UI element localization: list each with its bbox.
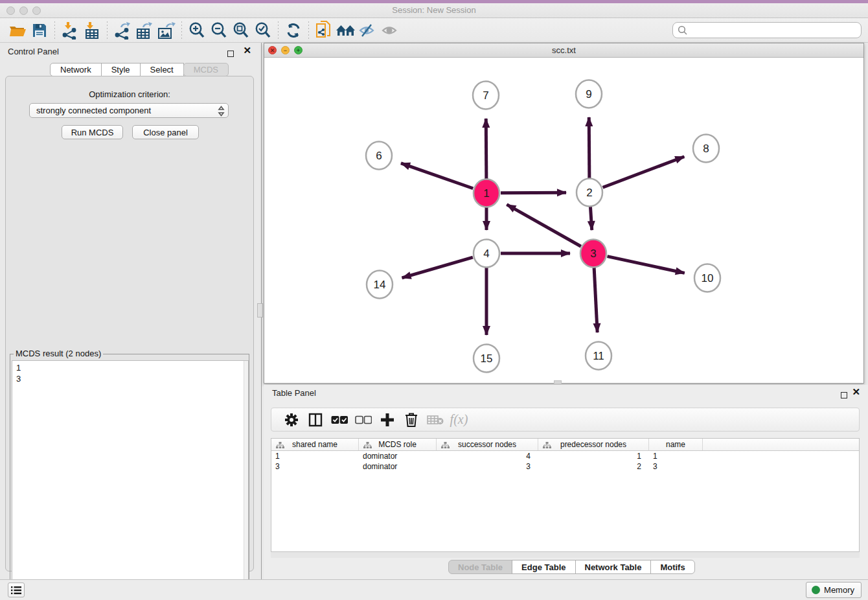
node-label: 3 [590, 248, 596, 260]
create-column-button[interactable] [375, 410, 399, 430]
edge-4-14[interactable] [402, 257, 473, 278]
result-line: 1 [16, 362, 244, 373]
tab-motifs[interactable]: Motifs [650, 560, 694, 574]
tab-mcds[interactable]: MCDS [183, 63, 229, 76]
table-header-row: shared name MCDS role successor nodes pr… [271, 439, 859, 451]
zoom-out-button[interactable] [208, 21, 230, 40]
edge-1-6[interactable] [401, 163, 473, 189]
float-panel-icon[interactable] [227, 48, 234, 60]
table-settings-button[interactable] [279, 410, 303, 430]
import-table-button[interactable] [81, 21, 103, 40]
selected-criterion: strongly connected component [36, 106, 151, 115]
table-row[interactable]: 1 dominator 4 1 1 [271, 451, 859, 461]
gear-icon [284, 413, 299, 427]
node-label: 1 [483, 187, 489, 200]
zoom-selected-button[interactable] [252, 21, 274, 40]
export-network-button[interactable] [111, 21, 133, 40]
tab-edge-table[interactable]: Edge Table [512, 560, 575, 574]
float-table-panel-icon[interactable] [841, 389, 847, 401]
run-mcds-button[interactable]: Run MCDS [62, 125, 123, 139]
open-folder-icon [8, 23, 27, 38]
show-column-panel-button[interactable] [303, 410, 327, 430]
table-row[interactable]: 3 dominator 3 2 3 [271, 461, 859, 472]
edge-1-7[interactable] [486, 119, 486, 179]
save-session-button[interactable] [29, 21, 51, 40]
deselect-all-button[interactable] [351, 410, 375, 430]
column-header-successor-nodes[interactable]: successor nodes [437, 439, 538, 450]
split-columns-icon [308, 413, 323, 427]
mcds-result-text[interactable]: 1 3 [12, 360, 249, 599]
cell-shared-name[interactable]: 1 [271, 451, 359, 461]
splitter-grabber[interactable] [257, 303, 263, 317]
cell-mcds-role[interactable]: dominator [359, 451, 437, 461]
result-scrollbar[interactable] [244, 361, 248, 598]
tab-node-table[interactable]: Node Table [448, 560, 512, 574]
edge-3-10[interactable] [608, 257, 685, 273]
search-input[interactable] [690, 23, 855, 37]
import-table-icon [82, 21, 102, 40]
node-table[interactable]: shared name MCDS role successor nodes pr… [271, 438, 860, 552]
cell-predecessor-nodes[interactable]: 2 [538, 461, 649, 472]
zoom-fit-button[interactable] [230, 21, 252, 40]
close-panel-icon[interactable]: ✕ [243, 47, 251, 54]
control-panel: Control Panel ✕ Network Style Select MCD… [0, 43, 259, 579]
cell-predecessor-nodes[interactable]: 1 [538, 451, 649, 461]
table-tabs: Node Table Edge Table Network Table Moti… [448, 560, 695, 574]
optimization-criterion-select[interactable]: strongly connected component [29, 103, 229, 118]
export-table-icon [135, 21, 154, 40]
select-all-button[interactable] [327, 410, 351, 430]
edge-2-8[interactable] [603, 157, 685, 188]
app-titlebar: Session: New Session [0, 3, 868, 18]
export-image-button[interactable] [155, 21, 177, 40]
hide-panels-button[interactable] [357, 21, 379, 40]
tab-style[interactable]: Style [101, 63, 141, 76]
table-scrollbar-track[interactable] [271, 552, 860, 558]
search-box[interactable] [672, 22, 862, 38]
task-history-button[interactable] [8, 583, 25, 597]
home-button[interactable] [335, 21, 357, 40]
cell-mcds-role[interactable]: dominator [359, 461, 437, 472]
column-header-shared-name[interactable]: shared name [271, 439, 359, 450]
tab-network[interactable]: Network [50, 63, 102, 76]
fx-icon: f(x) [450, 412, 468, 427]
memory-button[interactable]: Memory [806, 582, 862, 598]
close-table-panel-icon[interactable]: ✕ [852, 389, 860, 395]
edge-3-11[interactable] [594, 268, 597, 332]
duplicate-network-button[interactable] [313, 21, 335, 40]
column-header-predecessor-nodes[interactable]: predecessor nodes [538, 439, 649, 450]
cell-successor-nodes[interactable]: 3 [437, 461, 538, 472]
edge-2-3[interactable] [590, 207, 591, 230]
hierarchy-icon [543, 442, 551, 449]
import-network-button[interactable] [59, 21, 81, 40]
refresh-button[interactable] [282, 21, 304, 40]
edge-2-9[interactable] [589, 117, 589, 178]
mcds-result-group: MCDS result (2 nodes) 1 3 [10, 354, 249, 600]
tab-network-table[interactable]: Network Table [575, 560, 652, 574]
delete-column-button[interactable] [399, 410, 423, 430]
result-line: 3 [16, 373, 244, 384]
column-header-name[interactable]: name [649, 439, 703, 450]
edge-3-1[interactable] [507, 205, 580, 247]
cell-name[interactable]: 1 [649, 451, 703, 461]
horizontal-splitter-grabber[interactable] [554, 380, 562, 384]
zoom-in-button[interactable] [186, 21, 208, 40]
edge-1-2[interactable] [501, 192, 566, 193]
network-canvas[interactable]: 1234678910111415 [264, 58, 863, 383]
close-panel-button[interactable]: Close panel [132, 125, 199, 139]
open-file-button[interactable] [6, 21, 29, 40]
network-window-titlebar[interactable]: ✕ − + scc.txt [264, 43, 863, 58]
zoom-selected-icon [254, 21, 272, 40]
node-label: 4 [483, 248, 489, 260]
hierarchy-icon [276, 442, 284, 449]
main-toolbar [0, 18, 868, 43]
node-label: 10 [702, 272, 714, 284]
show-panels-button[interactable] [379, 21, 401, 40]
toolbar-separator [308, 21, 309, 40]
cell-successor-nodes[interactable]: 4 [437, 451, 538, 461]
import-network-icon [60, 21, 80, 40]
export-table-button[interactable] [133, 21, 155, 40]
column-header-mcds-role[interactable]: MCDS role [359, 439, 437, 450]
cell-name[interactable]: 3 [649, 461, 703, 472]
tab-select[interactable]: Select [140, 63, 184, 76]
cell-shared-name[interactable]: 3 [271, 461, 359, 472]
